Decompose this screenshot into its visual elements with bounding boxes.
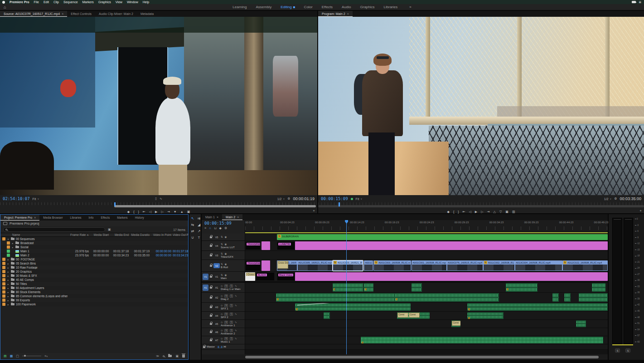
- clip[interactable]: [295, 272, 608, 281]
- tab-markers[interactable]: Markers: [113, 215, 131, 221]
- play-button[interactable]: ▶: [475, 210, 477, 214]
- mute-button[interactable]: M: [224, 337, 228, 340]
- clip[interactable]: fxA001C003_160508_R1JC.mp4: [373, 260, 411, 271]
- razor-tool[interactable]: ◢: [196, 222, 202, 227]
- keyframe-icon[interactable]: ◇: [221, 285, 223, 288]
- clip[interactable]: fxA01JC003_160521_R1JC.mp4 [V]: [333, 260, 363, 271]
- track-target-v1[interactable]: V1: [213, 274, 220, 279]
- keyframe-icon[interactable]: ◇: [221, 294, 223, 298]
- voiceover-record-icon[interactable]: ∿: [235, 337, 237, 340]
- track-visibility-icon[interactable]: ◉: [225, 263, 227, 266]
- column-header-video-out-p[interactable]: Video Out P: [173, 233, 189, 236]
- clip[interactable]: [579, 293, 608, 302]
- track-lock-icon[interactable]: [210, 276, 212, 278]
- type-tool[interactable]: T: [196, 235, 202, 240]
- clip[interactable]: LUMETRI: [277, 241, 295, 250]
- voiceover-record-icon[interactable]: ∿: [235, 294, 237, 298]
- tab-sequence-main-1[interactable]: Main 1×: [202, 214, 222, 220]
- twirl-icon[interactable]: ▸: [7, 303, 10, 306]
- menu-extras-icon[interactable]: ≣: [639, 0, 641, 4]
- menu-item-markers[interactable]: Markers: [82, 0, 94, 4]
- drag-audio-icon[interactable]: ∿: [160, 197, 162, 201]
- track-header-a7[interactable]: A7◇MS∿Music 1: [202, 336, 245, 344]
- label-color-chip[interactable]: [2, 282, 5, 285]
- source-patch[interactable]: [203, 252, 208, 259]
- track-target-v3[interactable]: V3: [213, 253, 220, 258]
- track-lane-v5[interactable]: fxSILBERGRAIN: [245, 234, 608, 241]
- tab-project-premiere-pro[interactable]: Project: Premiere Pro×: [0, 215, 39, 221]
- mute-button[interactable]: M: [224, 304, 228, 307]
- table-row[interactable]: ▸40 AE Comps: [0, 278, 188, 282]
- tab-audio-clip-mixer-main-2[interactable]: Audio Clip Mixer: Main 2: [95, 11, 137, 17]
- sync-lock-icon[interactable]: ⇅: [221, 235, 223, 239]
- clip[interactable]: fx: [333, 283, 363, 292]
- label-color-chip[interactable]: [2, 278, 5, 281]
- table-row[interactable]: Main 123.976 fps00:00:00:0000:01:37:1800…: [0, 249, 188, 253]
- label-color-chip[interactable]: [2, 237, 5, 240]
- source-patch[interactable]: [203, 263, 208, 269]
- twirl-icon[interactable]: ▸: [7, 258, 10, 261]
- workspace-tab-editing[interactable]: Editing: [281, 5, 295, 9]
- lift-button[interactable]: △: [493, 210, 495, 214]
- clip[interactable]: A001C001_160508_R1JC.mp4: [412, 260, 447, 271]
- clip[interactable]: [552, 293, 559, 302]
- track-target-v4[interactable]: V4: [213, 243, 220, 248]
- project-breadcrumb[interactable]: Premiere Pro.prproj: [0, 221, 188, 226]
- clip[interactable]: fx: [506, 283, 537, 292]
- menu-app-name[interactable]: Premiere Pro: [10, 0, 29, 4]
- menu-item-view[interactable]: View: [116, 0, 122, 4]
- playhead-marker[interactable]: [345, 220, 348, 224]
- label-color-chip[interactable]: [2, 274, 5, 277]
- program-settings-icon[interactable]: ⚙: [614, 197, 617, 201]
- voiceover-record-icon[interactable]: ∿: [235, 321, 237, 324]
- twirl-icon[interactable]: ▸: [7, 275, 10, 277]
- source-video-frame[interactable]: [0, 17, 317, 195]
- twirl-icon[interactable]: ▸: [7, 262, 10, 265]
- twirl-icon[interactable]: ▸: [7, 266, 10, 269]
- go-to-out-button[interactable]: ⇥: [487, 210, 490, 214]
- track-lane-a1[interactable]: fxfxfx: [245, 283, 608, 293]
- column-header-frame-rate-[interactable]: Frame Rate ∧: [68, 233, 90, 237]
- hand-tool[interactable]: ∪: [190, 235, 195, 240]
- transition-chip[interactable]: Const: [409, 313, 420, 318]
- go-to-in-button[interactable]: ⇤: [463, 210, 465, 214]
- track-lock-icon[interactable]: [210, 245, 212, 247]
- keyframe-icon[interactable]: ◇: [221, 337, 223, 340]
- sync-lock-icon[interactable]: ⇅: [221, 274, 223, 277]
- clip[interactable]: fx: [467, 312, 504, 319]
- go-to-out-button[interactable]: ⇥: [167, 210, 170, 214]
- insert-button[interactable]: ▼: [174, 210, 177, 214]
- voiceover-record-icon[interactable]: ∿: [235, 304, 237, 307]
- table-row[interactable]: ▸10 Raw Footage: [0, 265, 188, 270]
- track-select-forward-tool[interactable]: ⇉: [196, 216, 202, 221]
- track-header-v1[interactable]: V1V1⇅◉Main: [202, 272, 245, 282]
- solo-right-button[interactable]: S: [625, 348, 630, 353]
- add-marker-button[interactable]: ◆: [127, 210, 130, 214]
- timeline-ruler[interactable]: 00:0000:00:04:2300:00:09:2300:00:14:2300…: [245, 220, 608, 234]
- keyframe-icon[interactable]: ◇: [221, 321, 223, 324]
- keyframe-icon[interactable]: ◇: [221, 313, 223, 316]
- new-bin-button[interactable]: [168, 355, 172, 357]
- source-patch[interactable]: [203, 304, 208, 310]
- work-area-bar[interactable]: [245, 232, 608, 233]
- menu-item-edit[interactable]: Edit: [44, 0, 49, 4]
- track-lane-v3[interactable]: [245, 251, 608, 260]
- program-playhead[interactable]: [339, 202, 340, 206]
- mark-in-button[interactable]: {: [133, 210, 134, 214]
- linked-selection-icon[interactable]: ⊔: [214, 226, 216, 230]
- clip[interactable]: Const: [451, 320, 460, 327]
- workspace-tab-libraries[interactable]: Libraries: [384, 5, 398, 9]
- track-header-a6[interactable]: A6◇MS∿Ambiance 2: [202, 328, 245, 336]
- label-color-chip[interactable]: [7, 245, 10, 249]
- clip[interactable]: fxSILBERGRAIN: [277, 234, 608, 240]
- transition-chip[interactable]: Const: [452, 321, 460, 326]
- pen-tool[interactable]: ↗: [196, 228, 202, 234]
- track-target-a6[interactable]: A6: [213, 329, 220, 334]
- list-view-button[interactable]: ▤: [4, 354, 7, 358]
- mark-out-button[interactable]: }: [138, 210, 139, 214]
- table-row[interactable]: Main 223.976 fps00:00:00:0000:03:34:2300…: [0, 253, 188, 257]
- bind-icon[interactable]: ⋈: [223, 345, 226, 348]
- play-button[interactable]: ▶: [155, 210, 157, 214]
- track-header-v4[interactable]: V4⇅◉Scenic LUT: [202, 241, 245, 251]
- home-icon[interactable]: ⌂: [0, 5, 10, 10]
